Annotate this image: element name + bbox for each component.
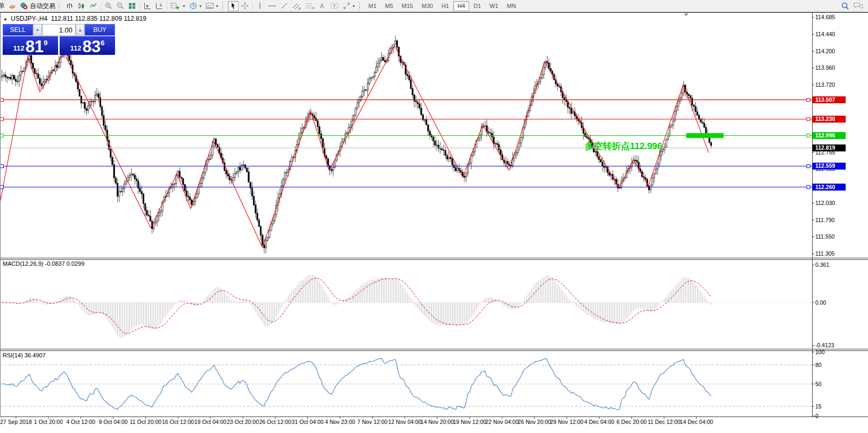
chart-shift-marker[interactable] — [684, 13, 689, 17]
time-axis-label: 27 Sep 2018 — [0, 419, 32, 425]
chevron-down-icon: ▼ — [199, 4, 202, 8]
price-axis-label: 113.960 — [815, 64, 835, 71]
chart-canvas: 多空转折点112.996114.685114.440114.200113.960… — [0, 0, 868, 433]
zoom-in-icon[interactable] — [103, 1, 114, 11]
bid-price-button[interactable]: 112 81 9 — [3, 36, 58, 55]
toolbar-separator — [140, 2, 140, 10]
hline-handle[interactable] — [807, 118, 810, 121]
one-click-trading-panel: SELL ▼ 1.00 ▲ BUY 112 81 9 112 83 6 — [3, 24, 115, 55]
time-axis-label: 9 Oct 04:00 — [99, 419, 127, 425]
timeframe-h1[interactable]: H1 — [437, 1, 453, 11]
price-label-112.559: 112.559 — [815, 162, 836, 169]
timeframe-m1[interactable]: M1 — [364, 1, 381, 11]
rsi-axis-label: 100 — [815, 349, 825, 355]
price-axis-label: 111.790 — [815, 217, 835, 223]
time-axis-label: 4 Dec 04:00 — [584, 419, 615, 425]
timeframe-h4[interactable]: H4 — [453, 1, 469, 11]
auto-scroll-icon[interactable] — [142, 1, 153, 11]
timeframe-mn[interactable]: MN — [503, 1, 520, 11]
hline-handle[interactable] — [807, 185, 810, 189]
price-axis-label: 112.030 — [815, 200, 835, 206]
text-label-icon[interactable]: T — [329, 1, 340, 11]
price-axis-label: 111.305 — [815, 250, 835, 257]
search-icon[interactable] — [839, 1, 851, 11]
chevron-down-icon: ▼ — [182, 4, 186, 8]
collapse-triangle-icon[interactable]: ▲ — [3, 17, 7, 21]
vertical-line-icon[interactable] — [255, 1, 265, 11]
toolbar-separator — [101, 2, 101, 10]
hline-handle[interactable] — [1, 165, 4, 168]
price-axis[interactable] — [813, 13, 868, 416]
timeframe-m30[interactable]: M30 — [417, 1, 437, 11]
add-indicator-icon[interactable]: ▼ — [169, 1, 187, 11]
bar-chart-icon[interactable] — [64, 1, 75, 11]
svg-text:F: F — [313, 6, 315, 10]
time-axis-label: 14 Nov 20:00 — [421, 419, 454, 425]
toolbar: 单 自动交易 — [0, 0, 868, 12]
chart-shift-icon[interactable] — [154, 1, 165, 11]
svg-text:T: T — [333, 4, 335, 9]
hline-handle[interactable] — [1, 134, 4, 137]
toolbar-grip[interactable] — [222, 2, 225, 10]
crosshair-icon[interactable] — [240, 1, 250, 11]
macd-axis-label: -0.4123 — [815, 342, 834, 348]
toolbar-grip[interactable] — [359, 2, 362, 10]
buy-button[interactable]: BUY — [85, 24, 115, 36]
time-axis-label: 14 Dec 04:00 — [680, 419, 714, 425]
hline-handle[interactable] — [1, 98, 4, 101]
volume-input[interactable]: 1.00 — [42, 24, 76, 36]
time-axis-label: 7 Nov 12:00 — [357, 419, 388, 425]
text-icon[interactable]: A — [317, 1, 327, 11]
new-order-icon[interactable] — [7, 1, 18, 11]
time-axis-label: 22 Nov 04:00 — [486, 419, 519, 425]
timeframe-d1[interactable]: D1 — [469, 1, 485, 11]
equidistant-channel-icon[interactable]: E — [291, 1, 302, 11]
time-axis-label: 11 Dec 12:00 — [648, 419, 681, 425]
pivot-highlight-bar[interactable] — [686, 133, 724, 138]
arrows-icon[interactable]: ▼ — [341, 1, 357, 11]
horizontal-line-icon[interactable] — [266, 1, 278, 11]
candlestick-chart-icon[interactable] — [76, 1, 87, 11]
hline-handle[interactable] — [807, 165, 810, 168]
tile-windows-icon[interactable] — [127, 1, 137, 11]
time-axis-label: 12 Nov 04:00 — [388, 419, 422, 425]
ask-prefix: 112 — [70, 44, 81, 52]
svg-text:A: A — [320, 3, 324, 9]
templates-icon[interactable]: ▼ — [204, 1, 220, 11]
time-axis-label: 19 Nov 12:00 — [453, 419, 487, 425]
cursor-icon[interactable] — [228, 1, 239, 11]
time-axis-label: 19 Oct 04:00 — [194, 419, 226, 425]
fibonacci-icon[interactable]: F — [304, 1, 316, 11]
bid-pipette: 9 — [44, 39, 47, 47]
chat-icon[interactable] — [852, 1, 865, 11]
time-axis-label: 26 Oct 12:00 — [259, 419, 291, 425]
trendline-icon[interactable] — [279, 1, 290, 11]
timeframe-m5[interactable]: M5 — [381, 1, 397, 11]
zoom-out-icon[interactable] — [115, 1, 126, 11]
time-axis-label: 31 Oct 04:00 — [292, 419, 324, 425]
hline-handle[interactable] — [1, 185, 4, 189]
pivot-annotation[interactable]: 多空转折点112.996 — [585, 141, 662, 151]
macd-label: MACD(12,26,9) -0.0837 0.0299 — [3, 260, 85, 267]
hline-handle[interactable] — [1, 118, 4, 121]
volume-down-button[interactable]: ▼ — [33, 24, 42, 36]
hline-handle[interactable] — [807, 134, 810, 137]
ask-price-button[interactable]: 112 83 6 — [60, 36, 115, 55]
time-axis-label: 29 Nov 12:00 — [550, 419, 584, 425]
timeframe-w1[interactable]: W1 — [485, 1, 503, 11]
autotrade-button[interactable]: 自动交易 — [19, 1, 56, 11]
sell-button[interactable]: SELL — [3, 24, 33, 36]
timeframe-m15[interactable]: M15 — [397, 1, 417, 11]
periods-icon[interactable]: ▼ — [188, 1, 203, 11]
rsi-axis-label: 15 — [815, 403, 822, 410]
volume-up-button[interactable]: ▲ — [76, 24, 85, 36]
new-order-label[interactable]: 单 — [0, 2, 5, 11]
rsi-label: RSI(14) 36.4907 — [3, 352, 46, 358]
timeframe-bar: M1M5M15M30H1H4D1W1MN — [364, 1, 520, 11]
ask-pipette: 6 — [101, 39, 104, 47]
line-chart-icon[interactable] — [88, 1, 99, 11]
ohlc-values: 112.811 112.835 112.809 112.819 — [51, 15, 146, 22]
hline-handle[interactable] — [807, 98, 810, 101]
time-axis-label: 4 Nov 23:00 — [325, 419, 355, 425]
toolbar-grip[interactable] — [59, 2, 62, 10]
